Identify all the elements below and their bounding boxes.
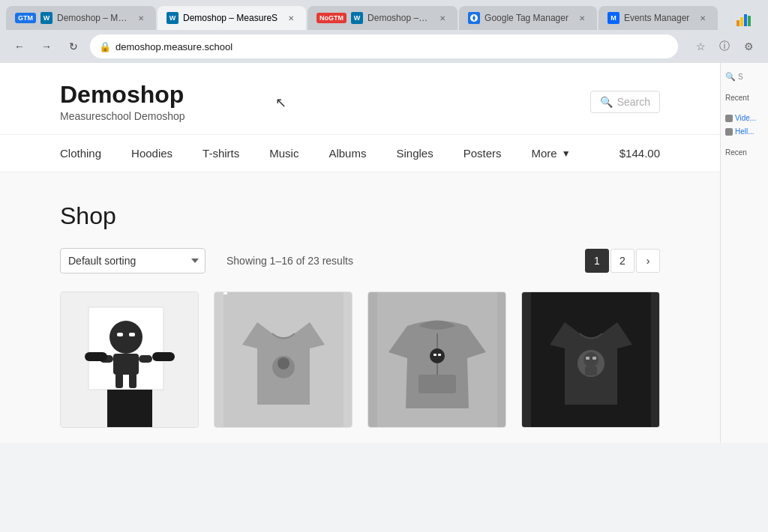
browser-window: GTM W Demoshop – Measures ✕ W Demoshop –… bbox=[0, 0, 768, 532]
nav-item-tshirts[interactable]: T-shirts bbox=[188, 135, 254, 172]
product-card-3[interactable] bbox=[368, 291, 506, 428]
tab-close-nogtm[interactable]: ✕ bbox=[436, 12, 448, 24]
nav-item-hoodies[interactable]: Hoodies bbox=[116, 135, 188, 172]
tab-favicon-gtm2 bbox=[468, 12, 480, 24]
right-sidebar: 🔍 S Recent Vide... Hell... Recen bbox=[720, 63, 768, 443]
tab-close-wp[interactable]: ✕ bbox=[285, 12, 297, 24]
sidebar-recent-title: Recent bbox=[725, 94, 764, 102]
page-btn-next[interactable]: › bbox=[636, 249, 660, 273]
site-branding: Demoshop Measureschool Demoshop bbox=[60, 81, 185, 122]
url-lock-icon: 🔒 bbox=[99, 41, 111, 52]
sorting-wrapper: Default sorting Sort by popularity Sort … bbox=[60, 248, 206, 273]
sidebar-search-bar[interactable]: 🔍 S bbox=[725, 72, 764, 82]
svg-rect-24 bbox=[418, 375, 456, 393]
tab-label-meta: Events Manager bbox=[624, 13, 689, 23]
nav-item-more[interactable]: More ▼ bbox=[517, 135, 586, 172]
info-button[interactable]: ⓘ bbox=[714, 36, 735, 57]
tab-close-gtm[interactable]: ✕ bbox=[135, 12, 147, 24]
cart-area[interactable]: $144.00 bbox=[620, 135, 660, 172]
product-image-1 bbox=[61, 292, 198, 427]
extension-button[interactable]: ⚙ bbox=[738, 36, 759, 57]
svg-rect-4 bbox=[748, 16, 751, 26]
svg-rect-22 bbox=[224, 292, 227, 294]
svg-rect-12 bbox=[139, 355, 152, 363]
svg-point-7 bbox=[110, 321, 142, 354]
tab-close-gtm2[interactable]: ✕ bbox=[576, 12, 588, 24]
page-btn-2[interactable]: 2 bbox=[610, 249, 634, 273]
cart-total: $144.00 bbox=[620, 147, 660, 160]
shop-area: Shop Default sorting Sort by popularity … bbox=[0, 172, 720, 443]
sidebar-link-label-2: Hell... bbox=[735, 127, 754, 136]
product-image-2 bbox=[214, 292, 352, 427]
bookmark-button[interactable]: ☆ bbox=[690, 36, 711, 57]
product-card-4[interactable] bbox=[521, 291, 660, 428]
site-navigation: Clothing Hoodies T-shirts Music Albums S… bbox=[0, 134, 720, 172]
sorting-select[interactable]: Default sorting Sort by popularity Sort … bbox=[60, 248, 206, 273]
sidebar-link-1[interactable]: Vide... bbox=[725, 114, 764, 123]
tab-label-gtm2: Google Tag Manager bbox=[484, 13, 568, 23]
shop-toolbar: Default sorting Sort by popularity Sort … bbox=[60, 248, 660, 273]
page-btn-1[interactable]: 1 bbox=[585, 249, 609, 273]
tab-gtm[interactable]: GTM W Demoshop – Measures ✕ bbox=[6, 6, 156, 30]
svg-rect-2 bbox=[740, 17, 743, 26]
nav-item-posters[interactable]: Posters bbox=[448, 135, 517, 172]
svg-rect-32 bbox=[586, 357, 590, 360]
svg-rect-3 bbox=[744, 14, 747, 26]
browser-chrome: GTM W Demoshop – Measures ✕ W Demoshop –… bbox=[0, 0, 768, 63]
main-page: Demoshop Measureschool Demoshop ↖ 🔍 Sear… bbox=[0, 63, 720, 443]
tab-label-gtm: Demoshop – Measures bbox=[57, 13, 128, 23]
svg-point-26 bbox=[430, 348, 445, 363]
svg-rect-33 bbox=[592, 357, 596, 360]
site-header: Demoshop Measureschool Demoshop ↖ 🔍 Sear… bbox=[0, 63, 720, 134]
product-grid bbox=[60, 291, 660, 428]
tab-favicon-nogtm: W bbox=[351, 12, 363, 24]
svg-rect-14 bbox=[129, 373, 136, 388]
nav-item-singles[interactable]: Singles bbox=[381, 135, 448, 172]
results-count: Showing 1–16 of 23 results bbox=[226, 255, 353, 267]
svg-rect-34 bbox=[585, 366, 597, 375]
sidebar-link-label-1: Vide... bbox=[735, 114, 756, 123]
sidebar-search-icon: 🔍 bbox=[725, 72, 736, 82]
svg-rect-1 bbox=[736, 20, 740, 26]
nav-item-clothing[interactable]: Clothing bbox=[60, 135, 116, 172]
search-icon: 🔍 bbox=[600, 96, 613, 108]
tab-close-meta[interactable]: ✕ bbox=[697, 12, 709, 24]
sidebar-link-2[interactable]: Hell... bbox=[725, 127, 764, 136]
svg-point-20 bbox=[278, 357, 290, 369]
sidebar-links: Vide... Hell... bbox=[725, 114, 764, 136]
document-icon-2 bbox=[725, 128, 733, 136]
reload-button[interactable]: ↻ bbox=[63, 36, 84, 57]
url-text: demoshop.measure.school bbox=[116, 41, 232, 52]
tab-favicon-gtm: W bbox=[40, 12, 52, 24]
site-description: Measureschool Demoshop bbox=[60, 110, 185, 122]
nav-item-music[interactable]: Music bbox=[254, 135, 314, 172]
forward-button[interactable]: → bbox=[36, 36, 57, 57]
back-button[interactable]: ← bbox=[9, 36, 30, 57]
nogtm-badge: NoGTM bbox=[316, 13, 346, 23]
tab-wp-active[interactable]: W Demoshop – MeasureS ✕ bbox=[158, 6, 306, 30]
tab-favicon-wp: W bbox=[166, 12, 178, 24]
svg-rect-13 bbox=[116, 373, 123, 388]
site-title[interactable]: Demoshop bbox=[60, 81, 185, 109]
url-bar[interactable]: 🔒 demoshop.measure.school bbox=[90, 34, 678, 58]
product-card-1[interactable] bbox=[60, 291, 199, 428]
tab-nogtm[interactable]: NoGTM W Demoshop – MeasureS ✕ bbox=[308, 6, 458, 30]
browser-stats-icon bbox=[732, 9, 756, 30]
svg-rect-28 bbox=[438, 354, 441, 356]
product-card-2[interactable] bbox=[214, 291, 352, 428]
tab-label-nogtm: Demoshop – MeasureS bbox=[368, 13, 429, 23]
address-bar-actions: ☆ ⓘ ⚙ bbox=[690, 36, 759, 57]
tab-favicon-meta: M bbox=[608, 12, 620, 24]
svg-rect-27 bbox=[434, 354, 436, 356]
product-image-4 bbox=[522, 292, 659, 427]
tab-meta[interactable]: M Events Manager ✕ bbox=[598, 6, 718, 30]
product-image-3 bbox=[368, 292, 506, 427]
svg-point-31 bbox=[584, 352, 598, 367]
header-search[interactable]: 🔍 Search bbox=[590, 91, 660, 113]
tab-gtm2[interactable]: Google Tag Manager ✕ bbox=[459, 6, 597, 30]
svg-rect-10 bbox=[113, 354, 139, 375]
svg-rect-17 bbox=[152, 352, 175, 361]
sidebar-recent2-title: Recen bbox=[725, 148, 764, 157]
svg-rect-15 bbox=[107, 390, 152, 427]
nav-item-albums[interactable]: Albums bbox=[314, 135, 381, 172]
